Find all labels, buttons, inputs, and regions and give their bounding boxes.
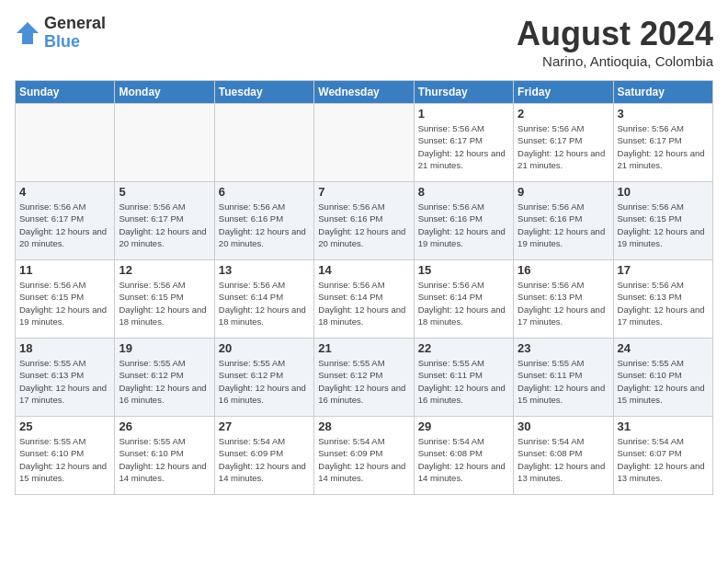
calendar-cell: 28Sunrise: 5:54 AM Sunset: 6:09 PM Dayli… — [314, 417, 414, 495]
header-row: SundayMondayTuesdayWednesdayThursdayFrid… — [16, 81, 713, 104]
day-number: 31 — [618, 419, 709, 433]
day-info: Sunrise: 5:56 AM Sunset: 6:14 PM Dayligh… — [219, 279, 310, 327]
day-number: 7 — [318, 185, 409, 199]
calendar-cell — [314, 104, 414, 182]
day-header-thursday: Thursday — [414, 81, 513, 104]
day-info: Sunrise: 5:55 AM Sunset: 6:12 PM Dayligh… — [119, 357, 210, 406]
day-number: 22 — [418, 341, 509, 355]
day-info: Sunrise: 5:56 AM Sunset: 6:15 PM Dayligh… — [119, 279, 210, 327]
calendar-cell — [214, 104, 313, 182]
calendar-cell: 3Sunrise: 5:56 AM Sunset: 6:17 PM Daylig… — [613, 104, 712, 182]
day-info: Sunrise: 5:54 AM Sunset: 6:08 PM Dayligh… — [518, 435, 609, 484]
day-number: 30 — [518, 419, 609, 433]
calendar-cell: 21Sunrise: 5:55 AM Sunset: 6:12 PM Dayli… — [314, 339, 414, 417]
day-info: Sunrise: 5:54 AM Sunset: 6:07 PM Dayligh… — [618, 435, 709, 484]
day-number: 6 — [219, 185, 310, 199]
day-info: Sunrise: 5:55 AM Sunset: 6:13 PM Dayligh… — [19, 357, 110, 406]
day-info: Sunrise: 5:55 AM Sunset: 6:11 PM Dayligh… — [518, 357, 609, 406]
day-number: 3 — [618, 107, 709, 121]
calendar-cell: 7Sunrise: 5:56 AM Sunset: 6:16 PM Daylig… — [314, 182, 414, 260]
calendar-cell: 15Sunrise: 5:56 AM Sunset: 6:14 PM Dayli… — [414, 260, 513, 339]
calendar-cell: 19Sunrise: 5:55 AM Sunset: 6:12 PM Dayli… — [115, 339, 214, 417]
day-number: 29 — [418, 419, 509, 433]
svg-marker-0 — [17, 22, 39, 44]
title-block: August 2024 Narino, Antioquia, Colombia — [517, 15, 713, 69]
calendar-cell: 26Sunrise: 5:55 AM Sunset: 6:10 PM Dayli… — [115, 417, 214, 495]
calendar-cell: 6Sunrise: 5:56 AM Sunset: 6:16 PM Daylig… — [214, 182, 313, 260]
calendar-cell: 5Sunrise: 5:56 AM Sunset: 6:17 PM Daylig… — [115, 182, 214, 260]
day-info: Sunrise: 5:55 AM Sunset: 6:10 PM Dayligh… — [119, 435, 210, 484]
day-number: 9 — [518, 185, 609, 199]
day-number: 21 — [318, 341, 409, 355]
day-info: Sunrise: 5:56 AM Sunset: 6:13 PM Dayligh… — [618, 279, 709, 327]
calendar-cell: 14Sunrise: 5:56 AM Sunset: 6:14 PM Dayli… — [314, 260, 414, 339]
day-info: Sunrise: 5:56 AM Sunset: 6:13 PM Dayligh… — [518, 279, 609, 327]
week-row-1: 1Sunrise: 5:56 AM Sunset: 6:17 PM Daylig… — [16, 104, 713, 182]
day-info: Sunrise: 5:55 AM Sunset: 6:11 PM Dayligh… — [418, 357, 509, 406]
day-number: 10 — [618, 185, 709, 199]
logo-general: General — [44, 15, 106, 33]
calendar-cell: 12Sunrise: 5:56 AM Sunset: 6:15 PM Dayli… — [115, 260, 214, 339]
day-number: 8 — [418, 185, 509, 199]
calendar-cell: 23Sunrise: 5:55 AM Sunset: 6:11 PM Dayli… — [514, 339, 613, 417]
calendar-cell: 4Sunrise: 5:56 AM Sunset: 6:17 PM Daylig… — [16, 182, 115, 260]
day-number: 12 — [119, 263, 210, 277]
day-number: 20 — [219, 341, 310, 355]
day-info: Sunrise: 5:54 AM Sunset: 6:08 PM Dayligh… — [418, 435, 509, 484]
day-info: Sunrise: 5:55 AM Sunset: 6:12 PM Dayligh… — [219, 357, 310, 406]
day-info: Sunrise: 5:56 AM Sunset: 6:14 PM Dayligh… — [318, 279, 409, 327]
day-info: Sunrise: 5:55 AM Sunset: 6:10 PM Dayligh… — [19, 435, 110, 484]
day-number: 23 — [518, 341, 609, 355]
calendar-cell: 11Sunrise: 5:56 AM Sunset: 6:15 PM Dayli… — [16, 260, 115, 339]
logo: General Blue — [15, 15, 106, 52]
calendar-cell: 31Sunrise: 5:54 AM Sunset: 6:07 PM Dayli… — [613, 417, 712, 495]
day-number: 17 — [618, 263, 709, 277]
calendar-cell: 10Sunrise: 5:56 AM Sunset: 6:15 PM Dayli… — [613, 182, 712, 260]
calendar-cell: 24Sunrise: 5:55 AM Sunset: 6:10 PM Dayli… — [613, 339, 712, 417]
day-number: 28 — [318, 419, 409, 433]
day-number: 18 — [19, 341, 110, 355]
day-number: 4 — [19, 185, 110, 199]
day-info: Sunrise: 5:55 AM Sunset: 6:12 PM Dayligh… — [318, 357, 409, 406]
day-number: 1 — [418, 107, 509, 121]
page-header: General Blue August 2024 Narino, Antioqu… — [15, 15, 713, 69]
day-header-wednesday: Wednesday — [314, 81, 414, 104]
day-info: Sunrise: 5:56 AM Sunset: 6:17 PM Dayligh… — [618, 122, 709, 171]
calendar-cell — [115, 104, 214, 182]
day-number: 27 — [219, 419, 310, 433]
calendar-cell: 8Sunrise: 5:56 AM Sunset: 6:16 PM Daylig… — [414, 182, 513, 260]
day-header-monday: Monday — [115, 81, 214, 104]
day-header-saturday: Saturday — [613, 81, 712, 104]
calendar-cell: 16Sunrise: 5:56 AM Sunset: 6:13 PM Dayli… — [514, 260, 613, 339]
calendar-cell: 13Sunrise: 5:56 AM Sunset: 6:14 PM Dayli… — [214, 260, 313, 339]
logo-blue: Blue — [44, 33, 106, 52]
day-number: 14 — [318, 263, 409, 277]
day-number: 26 — [119, 419, 210, 433]
day-number: 19 — [119, 341, 210, 355]
day-info: Sunrise: 5:56 AM Sunset: 6:16 PM Dayligh… — [219, 201, 310, 249]
day-header-sunday: Sunday — [16, 81, 115, 104]
calendar-cell: 17Sunrise: 5:56 AM Sunset: 6:13 PM Dayli… — [613, 260, 712, 339]
day-info: Sunrise: 5:56 AM Sunset: 6:17 PM Dayligh… — [518, 122, 609, 171]
day-info: Sunrise: 5:56 AM Sunset: 6:17 PM Dayligh… — [19, 201, 110, 249]
calendar-cell: 29Sunrise: 5:54 AM Sunset: 6:08 PM Dayli… — [414, 417, 513, 495]
day-info: Sunrise: 5:56 AM Sunset: 6:16 PM Dayligh… — [318, 201, 409, 249]
day-number: 5 — [119, 185, 210, 199]
week-row-3: 11Sunrise: 5:56 AM Sunset: 6:15 PM Dayli… — [16, 260, 713, 339]
day-number: 2 — [518, 107, 609, 121]
day-info: Sunrise: 5:54 AM Sunset: 6:09 PM Dayligh… — [318, 435, 409, 484]
day-number: 16 — [518, 263, 609, 277]
day-info: Sunrise: 5:56 AM Sunset: 6:16 PM Dayligh… — [418, 201, 509, 249]
day-number: 13 — [219, 263, 310, 277]
day-header-friday: Friday — [514, 81, 613, 104]
calendar-cell: 18Sunrise: 5:55 AM Sunset: 6:13 PM Dayli… — [16, 339, 115, 417]
day-number: 15 — [418, 263, 509, 277]
day-info: Sunrise: 5:56 AM Sunset: 6:15 PM Dayligh… — [618, 201, 709, 249]
calendar-cell: 1Sunrise: 5:56 AM Sunset: 6:17 PM Daylig… — [414, 104, 513, 182]
calendar-cell: 20Sunrise: 5:55 AM Sunset: 6:12 PM Dayli… — [214, 339, 313, 417]
location: Narino, Antioquia, Colombia — [517, 53, 713, 69]
calendar-cell: 9Sunrise: 5:56 AM Sunset: 6:16 PM Daylig… — [514, 182, 613, 260]
day-info: Sunrise: 5:55 AM Sunset: 6:10 PM Dayligh… — [618, 357, 709, 406]
calendar-cell: 30Sunrise: 5:54 AM Sunset: 6:08 PM Dayli… — [514, 417, 613, 495]
day-number: 11 — [19, 263, 110, 277]
